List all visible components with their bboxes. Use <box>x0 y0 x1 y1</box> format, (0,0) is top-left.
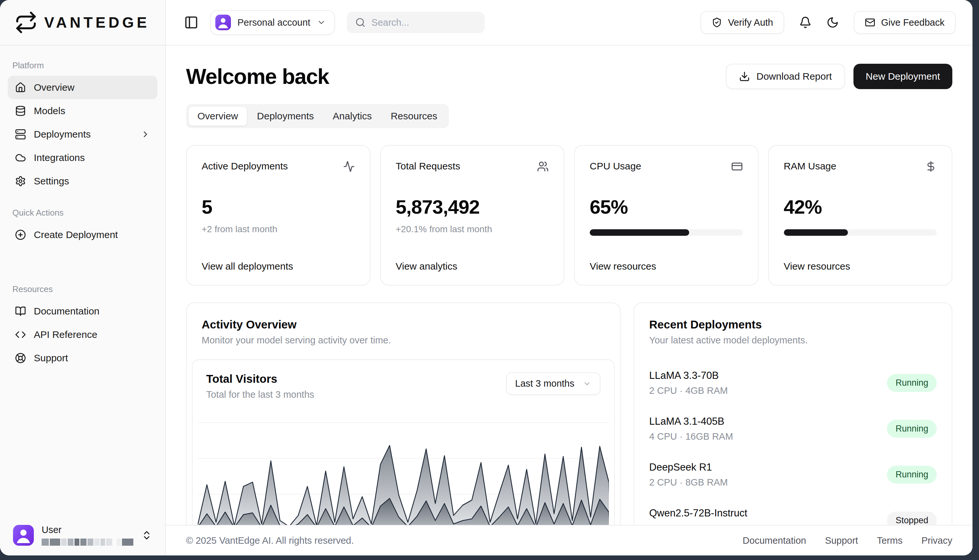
new-deployment-button[interactable]: New Deployment <box>854 64 952 89</box>
time-range-select[interactable]: Last 3 months <box>506 372 600 395</box>
sidebar-item-documentation[interactable]: Documentation <box>8 300 157 323</box>
footer-link-privacy[interactable]: Privacy <box>921 535 952 546</box>
sidebar-item-overview[interactable]: Overview <box>8 76 157 99</box>
footer-link-terms[interactable]: Terms <box>877 535 902 546</box>
section-label: Platform <box>12 60 153 70</box>
chart-subtitle: Total for the last 3 months <box>206 389 314 400</box>
footer-link-documentation[interactable]: Documentation <box>742 535 806 546</box>
chevron-right-icon <box>140 130 150 139</box>
download-report-label: Download Report <box>757 71 832 82</box>
account-switcher[interactable]: Personal account <box>210 10 335 35</box>
deployment-status-badge: Running <box>887 466 937 483</box>
give-feedback-label: Give Feedback <box>881 17 944 28</box>
chevron-down-icon <box>583 380 591 388</box>
activity-icon <box>343 161 355 172</box>
user-account-row[interactable]: User <box>0 516 165 555</box>
stat-value: 65% <box>590 196 743 218</box>
sidebar-item-settings[interactable]: Settings <box>8 170 157 193</box>
code-icon <box>15 329 26 340</box>
ram-progress-bar <box>784 229 937 236</box>
tab-deployments[interactable]: Deployments <box>248 106 323 126</box>
chart-title: Total Visitors <box>206 372 314 385</box>
give-feedback-button[interactable]: Give Feedback <box>854 11 956 34</box>
activity-title: Activity Overview <box>202 318 605 331</box>
stat-value: 5 <box>202 196 355 218</box>
server-icon <box>15 129 26 140</box>
life-buoy-icon <box>15 353 26 363</box>
deployment-status-badge: Running <box>887 374 937 392</box>
deployment-name: Qwen2.5-72B-Instruct <box>649 507 747 519</box>
download-report-button[interactable]: Download Report <box>726 64 845 89</box>
sidebar-item-label: Documentation <box>34 306 100 317</box>
top-bar: Personal account Verify Auth Give Feedba… <box>166 0 972 45</box>
page-title: Welcome back <box>186 64 329 89</box>
footer-links: Documentation Support Terms Privacy <box>742 535 952 546</box>
sidebar-item-deployments[interactable]: Deployments <box>8 123 157 146</box>
stat-title: RAM Usage <box>784 161 837 172</box>
house-icon <box>15 82 26 93</box>
sidebar-item-label: Support <box>34 353 68 363</box>
verify-auth-button[interactable]: Verify Auth <box>700 11 784 34</box>
view-analytics-link[interactable]: View analytics <box>396 261 549 272</box>
panel-left-toggle-icon[interactable] <box>184 15 198 30</box>
tab-resources[interactable]: Resources <box>382 106 446 126</box>
view-resources-link[interactable]: View resources <box>590 261 743 272</box>
chevron-down-icon <box>317 18 326 27</box>
moon-icon[interactable] <box>826 16 839 28</box>
deployment-list: LLaMA 3.3-70B 2 CPU · 4GB RAM Running LL… <box>649 360 937 537</box>
activity-subtitle: Monitor your model serving activity over… <box>202 335 605 346</box>
sidebar-item-label: Settings <box>34 176 69 187</box>
download-icon <box>739 71 750 82</box>
tab-bar: Overview Deployments Analytics Resources <box>186 104 449 128</box>
total-visitors-card: Total Visitors Total for the last 3 mont… <box>192 359 615 550</box>
sidebar-item-support[interactable]: Support <box>8 346 157 370</box>
recent-deployments-card: Recent Deployments Your latest active mo… <box>634 302 952 537</box>
deployment-row[interactable]: LLaMA 3.3-70B 2 CPU · 4GB RAM Running <box>649 360 937 406</box>
tab-overview[interactable]: Overview <box>188 106 247 126</box>
user-meta: User <box>42 525 133 546</box>
users-icon <box>537 161 549 172</box>
sidebar-item-models[interactable]: Models <box>8 99 157 123</box>
database-icon <box>15 105 26 117</box>
deployment-row[interactable]: LLaMA 3.1-405B 4 CPU · 16GB RAM Running <box>649 406 937 452</box>
view-resources-link[interactable]: View resources <box>784 261 937 272</box>
tab-analytics[interactable]: Analytics <box>324 106 381 126</box>
stat-subtext: +2 from last month <box>202 224 355 235</box>
credit-card-icon <box>731 161 743 172</box>
deployment-row[interactable]: DeepSeek R1 2 CPU · 8GB RAM Running <box>649 452 937 498</box>
sidebar-item-api-reference[interactable]: API Reference <box>8 323 157 346</box>
view-all-deployments-link[interactable]: View all deployments <box>202 261 355 272</box>
deployment-name: LLaMA 3.3-70B <box>649 370 728 382</box>
deployment-name: DeepSeek R1 <box>649 462 728 473</box>
deployment-spec: 2 CPU · 4GB RAM <box>649 385 728 396</box>
bell-icon[interactable] <box>799 16 812 28</box>
section-label: Resources <box>12 284 153 294</box>
sidebar-item-integrations[interactable]: Integrations <box>8 146 157 170</box>
user-avatar <box>13 525 34 546</box>
stat-card-ram-usage: RAM Usage 42% View resources <box>768 145 953 285</box>
deployment-spec: 4 CPU · 16GB RAM <box>649 431 733 442</box>
cloud-icon <box>15 152 26 163</box>
verify-auth-label: Verify Auth <box>728 17 773 28</box>
sidebar-item-create-deployment[interactable]: Create Deployment <box>8 223 157 247</box>
sidebar-section-platform: Platform Overview Models Deployments Int… <box>0 45 165 193</box>
shield-check-icon <box>712 17 722 28</box>
chevrons-up-down-icon <box>141 530 152 541</box>
main-column: Personal account Verify Auth Give Feedba… <box>166 0 972 555</box>
copyright-text: © 2025 VantEdge AI. All rights reserved. <box>186 535 354 546</box>
deployment-spec: 2 CPU · 8GB RAM <box>649 477 728 488</box>
sidebar-item-label: Integrations <box>34 152 85 163</box>
stat-value: 42% <box>784 196 937 218</box>
deployment-status-badge: Running <box>887 420 937 438</box>
search-input[interactable] <box>372 17 476 28</box>
sidebar-item-label: Overview <box>34 82 75 93</box>
stat-title: Active Deployments <box>202 161 288 172</box>
deployment-name: LLaMA 3.1-405B <box>649 416 733 427</box>
footer-link-support[interactable]: Support <box>825 535 858 546</box>
footer: © 2025 VantEdge AI. All rights reserved.… <box>166 525 972 555</box>
account-avatar <box>215 15 231 30</box>
sidebar-item-label: Models <box>34 105 65 117</box>
cpu-progress-bar <box>590 229 743 236</box>
brand-name: VANTEDGE <box>44 14 150 31</box>
redacted-email <box>42 538 133 546</box>
